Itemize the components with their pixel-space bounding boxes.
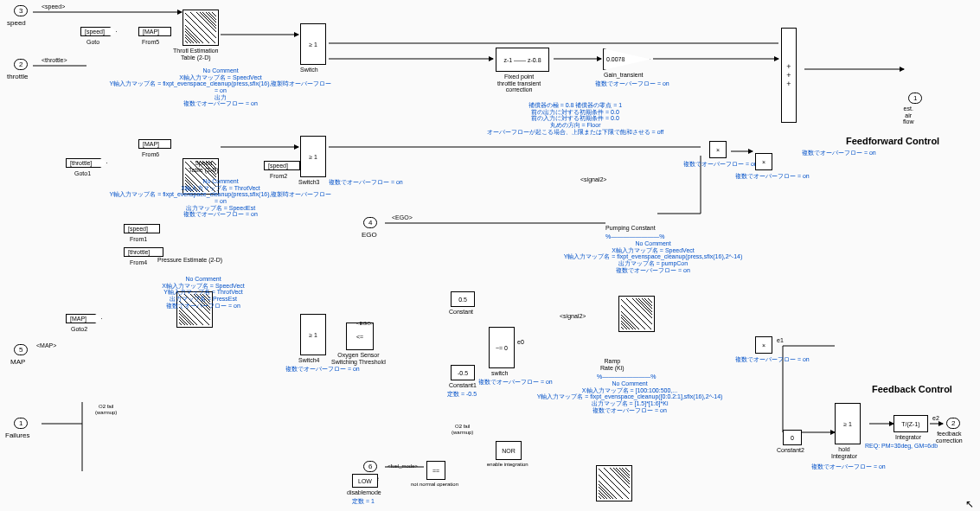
inport-ego[interactable]: 4: [363, 217, 377, 228]
lut-ramp-label: Ramp Rate (Ki): [600, 358, 625, 371]
goto-speed-label: Goto: [86, 39, 99, 46]
switch4-blue: 複数でオーバーフロー = on: [285, 366, 360, 373]
switch3-blue: 複数でオーバーフロー = on: [329, 179, 403, 186]
hold-integrator-switch[interactable]: ≥ 1: [835, 403, 861, 444]
lut-throt[interactable]: [183, 10, 219, 46]
o2fail-a: O2 fail (warmup): [95, 404, 117, 415]
transfer-fn-notes: 補償器の極 = 0.8 補償器の零点 = 1 前の出力に対する初期条件 = 0.…: [437, 102, 714, 135]
sig-e2: e2: [932, 415, 939, 421]
from4[interactable]: [throttle]: [124, 247, 163, 257]
inport-map-label: MAP: [10, 358, 25, 366]
sig-signal2b: <signal2>: [560, 313, 586, 319]
inport-throttle-label: throttle: [7, 73, 28, 80]
nor-label: enable integration: [487, 462, 528, 468]
oxygen-relop[interactable]: <=: [346, 323, 374, 350]
switch3[interactable]: ≥ 1: [300, 136, 326, 177]
inport-speed-label: speed: [7, 19, 26, 27]
inport-failures[interactable]: 1: [14, 418, 28, 429]
goto-map-label: Goto2: [71, 326, 87, 333]
from4-label: From4: [130, 259, 147, 266]
goto-map[interactable]: [MAP]: [66, 314, 102, 323]
from5-label: From5: [142, 39, 159, 46]
lut-throt-notes: No Comment X軸入力マップ名 = SpeedVect Y軸入力マップ名…: [108, 67, 333, 107]
product1-blue: 複数でオーバーフロー = on: [683, 161, 758, 168]
lut-pump-label: Pumping Constant: [605, 225, 656, 232]
product1[interactable]: ×: [709, 141, 727, 158]
sig-speed: <speed>: [42, 3, 65, 10]
const-m05-blue: 定数 = -0.5: [447, 391, 477, 398]
sig-e0: e0: [517, 339, 524, 345]
sig-throttle: <throttle>: [42, 57, 67, 63]
lut-ramp[interactable]: [596, 465, 632, 501]
lut-pump-notes: No Comment X軸入力マップ名 = SpeedVect Y軸入力マップ名…: [554, 240, 753, 273]
switch4[interactable]: ≥ 1: [300, 314, 326, 355]
const-low-blue: 定数 = 1: [352, 498, 375, 505]
lut-ramp-notes: No Comment X軸入力マップ名 = [100:100:500,... Y…: [517, 380, 742, 413]
outport-estairflow[interactable]: 1: [908, 93, 922, 104]
sum-blue: 複数でオーバーフロー = on: [802, 150, 876, 156]
integrator[interactable]: T/(Z-1): [894, 415, 928, 432]
sig-map: <MAP>: [36, 342, 56, 348]
from2[interactable]: [speed]: [264, 161, 300, 170]
const-05-label: Constant: [449, 309, 473, 316]
const-m05[interactable]: -0.5: [451, 365, 475, 380]
const-low[interactable]: LOW: [352, 474, 378, 488]
inport-mode[interactable]: 6: [363, 461, 377, 472]
outport-estairflow-label: est. air flow: [903, 105, 913, 125]
lut-press-notes: No Comment X軸入力マップ名 = SpeedVect Y軸入力マップ名…: [143, 276, 264, 309]
switch[interactable]: ≥ 1: [300, 23, 326, 65]
hold-blue: 複数でオーバーフロー = on: [811, 463, 886, 470]
integrator-req: REQ: PM=30deg, GM=6db: [865, 443, 938, 450]
o2fail-b: O2 fail (warmup): [452, 424, 473, 435]
goto-throttle[interactable]: [throttle]: [66, 158, 107, 168]
outport-fbcorr[interactable]: 2: [946, 418, 960, 429]
product2[interactable]: ×: [755, 153, 772, 170]
inport-speed[interactable]: 3: [14, 5, 28, 16]
sum[interactable]: +++: [781, 28, 797, 123]
relop-mode[interactable]: ==: [426, 461, 445, 480]
inport-failures-label: Failures: [5, 431, 29, 439]
sep2: %————————%: [597, 374, 656, 380]
sig-e1: e1: [777, 337, 784, 343]
fuelmode-sig: <fuel_mode>: [388, 463, 418, 469]
gain-transient-label: Gain_transient: [604, 72, 644, 79]
lut-pump[interactable]: [618, 296, 655, 332]
from1[interactable]: [speed]: [124, 224, 160, 233]
const-0[interactable]: 0: [783, 430, 802, 445]
transfer-fn-label: Fixed point throttle transient correctio…: [497, 73, 541, 93]
goto-throttle-label: Goto1: [74, 170, 91, 177]
nor[interactable]: NOR: [496, 441, 522, 460]
cursor-icon: ↖: [965, 498, 974, 510]
oxygen-relop-label: Oxygen Sensor Switching Threshold: [331, 352, 386, 365]
title-feedforward: Feedforward Control: [846, 136, 939, 146]
const-05[interactable]: 0.5: [451, 291, 475, 307]
integrator-label: Integrator: [895, 434, 921, 441]
switch-label: Switch: [300, 67, 318, 73]
goto-speed[interactable]: [speed]: [80, 27, 117, 36]
inport-ego-label: EGO: [362, 231, 377, 239]
outport-fbcorr-label: feedback correction: [936, 431, 963, 444]
gain-transient[interactable]: 0.0078: [603, 48, 650, 70]
sig-signal2: <signal2>: [580, 176, 606, 182]
switch3-label: Switch3: [298, 179, 320, 186]
from6-label: From6: [142, 151, 159, 158]
inport-throttle[interactable]: 2: [14, 59, 28, 70]
ego-sig: <EGO>: [356, 321, 374, 327]
from6[interactable]: [MAP]: [138, 139, 171, 149]
const-m05-label: Constant1: [449, 382, 477, 389]
switch4-label: Switch4: [298, 357, 320, 364]
hold-integrator-label: hold Integrator: [831, 446, 857, 459]
switch-small-label: switch: [491, 370, 508, 377]
product3-blue: 複数でオーバーフロー = on: [735, 356, 810, 363]
switch-small[interactable]: ~= 0: [489, 327, 515, 368]
inport-map[interactable]: 5: [14, 344, 28, 355]
lut-speed-label: Speed Table (2-D): [189, 160, 219, 173]
from1-label: From1: [130, 236, 147, 243]
from5[interactable]: [MAP]: [138, 27, 171, 36]
transfer-fn[interactable]: z-1 —— z-0.8: [496, 48, 549, 72]
sig-ego: <EGO>: [392, 214, 413, 220]
lut-throt-label: Throtl Estimation Table (2-D): [173, 48, 219, 61]
gain-transient-blue: 複数でオーバーフロー = on: [595, 80, 669, 87]
lut-press-label: Pressure Estimate (2-D): [157, 257, 222, 264]
product3[interactable]: ×: [755, 336, 772, 354]
